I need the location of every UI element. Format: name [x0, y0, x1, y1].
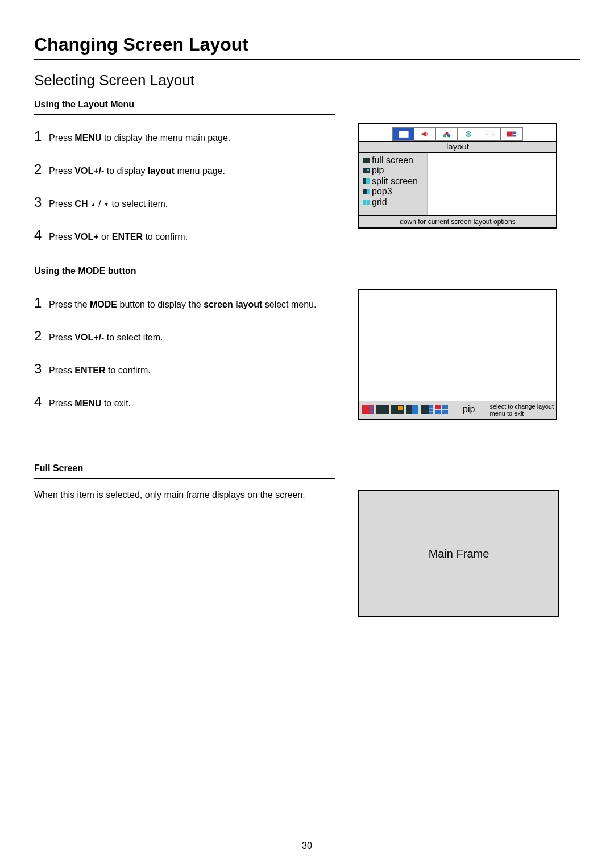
svg-rect-0	[399, 131, 408, 138]
osd-tab-row	[359, 124, 556, 142]
subheading-mode-button: Using the MODE button	[34, 266, 580, 276]
svg-rect-29	[412, 405, 418, 414]
mode-strip-hint: select to change layout menu to exit	[489, 403, 554, 417]
main-frame-label: Main Frame	[429, 547, 489, 560]
svg-rect-25	[376, 405, 389, 414]
step-number: 2	[34, 328, 49, 344]
step-text: Press ENTER to confirm.	[49, 366, 151, 376]
svg-rect-28	[406, 405, 412, 414]
rule-thin	[34, 478, 335, 479]
full-screen-description: When this item is selected, only main fr…	[34, 490, 341, 500]
mode-strip-caption: pip	[448, 404, 489, 414]
svg-rect-14	[363, 189, 367, 194]
svg-rect-32	[429, 408, 433, 411]
osd-tab-label: layout	[359, 142, 556, 153]
svg-rect-12	[363, 178, 366, 184]
full-screen-diagram: Main Frame	[358, 490, 559, 617]
step: 1 Press the MODE button to display the s…	[34, 295, 341, 311]
svg-rect-24	[370, 410, 373, 413]
svg-rect-9	[363, 158, 370, 163]
layout-full2-icon	[376, 405, 389, 414]
page-title: Changing Screen Layout	[34, 34, 580, 55]
svg-rect-33	[429, 412, 433, 414]
step-text: Press the MODE button to display the scr…	[49, 300, 316, 310]
step: 2 Press VOL+/- to select item.	[34, 328, 341, 344]
osd-item-grid: grid	[363, 197, 424, 207]
step: 3 Press ENTER to confirm.	[34, 361, 341, 377]
svg-rect-5	[487, 132, 493, 136]
arrow-up-icon: ▲	[90, 202, 96, 207]
layout-pip-icon	[391, 405, 404, 414]
svg-rect-34	[435, 405, 441, 409]
step-number: 1	[34, 128, 49, 144]
svg-rect-37	[442, 410, 448, 414]
mode-strip: pip select to change layout menu to exit	[359, 401, 556, 419]
svg-point-3	[447, 134, 450, 137]
step-text: Press VOL+/- to select item.	[49, 333, 163, 343]
svg-rect-31	[429, 405, 433, 408]
mode-select-preview: pip select to change layout menu to exit	[358, 289, 557, 420]
step-text: Press VOL+/- to display layout menu page…	[49, 166, 225, 176]
svg-rect-18	[363, 200, 366, 202]
osd-item-split-screen: split screen	[363, 176, 424, 186]
step-number: 2	[34, 161, 49, 177]
svg-rect-23	[370, 406, 373, 409]
osd-item-pop3: pop3	[363, 186, 424, 197]
svg-rect-6	[507, 132, 513, 137]
osd-tab-setup-icon	[436, 128, 458, 140]
svg-rect-13	[366, 178, 370, 184]
svg-rect-27	[398, 406, 403, 410]
step-text: Press MENU to display the menu main page…	[49, 133, 230, 143]
svg-rect-16	[367, 191, 370, 193]
rule-thin	[34, 114, 335, 115]
osd-tab-layout-icon	[501, 128, 522, 140]
svg-rect-11	[367, 169, 369, 171]
svg-rect-35	[442, 405, 448, 409]
step-text: Press MENU to exit.	[49, 398, 131, 409]
osd-tab-picture-icon	[393, 128, 414, 140]
osd-item-full-screen: full screen	[363, 155, 424, 165]
osd-tab-sound-icon	[414, 128, 436, 140]
step: 4 Press MENU to exit.	[34, 394, 341, 410]
step-text: Press CH ▲ / ▼ to select item.	[49, 199, 168, 209]
osd-layout-options: full screen pip split screen pop3 grid	[359, 153, 428, 215]
svg-rect-30	[421, 405, 429, 414]
arrow-down-icon: ▼	[103, 202, 109, 207]
osd-item-pip: pip	[363, 165, 424, 176]
osd-footer-hint: down for current screen layout options	[359, 215, 556, 227]
step: 4 Press VOL+ or ENTER to confirm.	[34, 227, 341, 243]
step: 3 Press CH ▲ / ▼ to select item.	[34, 194, 341, 210]
step-number: 3	[34, 194, 49, 210]
step: 1 Press MENU to display the menu main pa…	[34, 128, 341, 144]
rule-thick	[34, 59, 580, 60]
steps-layout-menu: 1 Press MENU to display the menu main pa…	[34, 128, 341, 243]
step-number: 3	[34, 361, 49, 377]
layout-split-icon	[406, 405, 418, 414]
svg-rect-20	[363, 202, 366, 205]
layout-full-icon	[362, 405, 374, 414]
svg-rect-21	[367, 202, 370, 205]
svg-rect-36	[435, 410, 441, 414]
osd-layout-menu: layout full screen pip split screen pop3…	[358, 123, 557, 229]
steps-mode-button: 1 Press the MODE button to display the s…	[34, 295, 341, 410]
step-number: 1	[34, 295, 49, 311]
svg-rect-7	[513, 132, 516, 134]
svg-rect-8	[513, 135, 516, 137]
osd-tab-aspect-icon	[479, 128, 501, 140]
rule-thin	[34, 281, 335, 281]
page-number: 30	[0, 841, 614, 851]
svg-rect-15	[367, 189, 370, 191]
subheading-full-screen: Full Screen	[34, 463, 580, 474]
layout-grid-icon	[435, 405, 448, 414]
step: 2 Press VOL+/- to display layout menu pa…	[34, 161, 341, 177]
subheading-layout-menu: Using the Layout Menu	[34, 99, 580, 110]
osd-tab-globe-icon	[458, 128, 479, 140]
step-number: 4	[34, 394, 49, 410]
step-number: 4	[34, 227, 49, 243]
step-text: Press VOL+ or ENTER to confirm.	[49, 232, 188, 242]
section-title: Selecting Screen Layout	[34, 72, 580, 89]
layout-pop3-icon	[421, 405, 433, 414]
svg-rect-17	[367, 193, 370, 194]
svg-rect-19	[367, 200, 370, 202]
